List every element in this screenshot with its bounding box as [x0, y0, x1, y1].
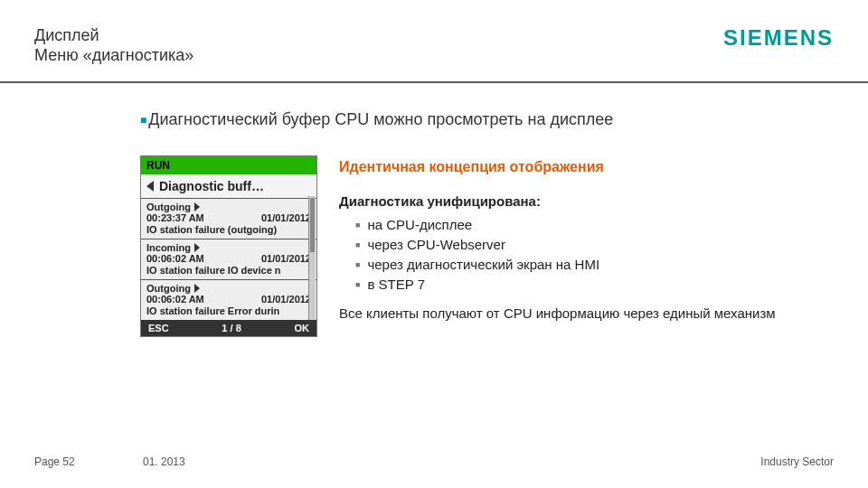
page-indicator: 1 / 8 [222, 323, 241, 333]
entry-desc: IO station failure IO device n [146, 265, 311, 276]
entry-date: 01/01/2012 [261, 253, 311, 264]
entry-desc: IO station failure (outgoing) [146, 224, 311, 235]
bullet-list: на CPU-дисплее через CPU-Webserver через… [339, 215, 832, 295]
cpu-display: RUN Diagnostic buff… Outgoing 00:23:37 A… [140, 155, 317, 337]
intro-line: Диагностика унифицирована: [339, 192, 832, 211]
slide: Дисплей Меню «диагностика» SIEMENS ■Диаг… [0, 0, 868, 488]
entry-direction: Outgoing [146, 283, 191, 294]
lead-text: Диагностический буфер CPU можно просмотр… [148, 110, 613, 128]
entry-time: 00:06:02 AM [146, 253, 204, 264]
esc-button[interactable]: ESC [148, 323, 169, 333]
ok-button[interactable]: OK [295, 323, 310, 333]
entry-time: 00:06:02 AM [146, 294, 204, 305]
entry-desc: IO station failure Error durin [146, 305, 311, 316]
table-row[interactable]: Outgoing 00:23:37 AM01/01/2012 IO statio… [141, 198, 316, 239]
entry-date: 01/01/2012 [261, 294, 311, 305]
run-bar: RUN [141, 156, 316, 174]
paragraph: Все клиенты получают от CPU информацию ч… [339, 304, 832, 324]
page-number: Page 52 [34, 455, 75, 468]
entry-direction: Outgoing [146, 202, 191, 212]
table-row[interactable]: Incoming 00:06:02 AM01/01/2012 IO statio… [141, 239, 316, 279]
footer-date: 01. 2013 [143, 455, 185, 468]
cpu-footer: ESC 1 / 8 OK [141, 320, 316, 336]
entry-direction: Incoming [146, 242, 191, 253]
brand-logo: SIEMENS [723, 25, 834, 51]
list-item: через диагностический экран на HMI [355, 255, 832, 275]
list-item: на CPU-дисплее [355, 215, 832, 235]
list-item: через CPU-Webserver [355, 235, 832, 255]
title-line1: Дисплей [34, 25, 193, 45]
list-item: в STEP 7 [355, 275, 832, 295]
scrollbar[interactable] [308, 196, 316, 320]
content-right: Идентичная концепция отображения Диагнос… [339, 157, 832, 324]
back-arrow-icon[interactable] [146, 181, 154, 192]
bullet-icon: ■ [140, 114, 146, 127]
lead-bullet: ■Диагностический буфер CPU можно просмот… [140, 110, 613, 129]
scrollbar-thumb[interactable] [310, 198, 315, 252]
divider [0, 81, 868, 83]
header: Дисплей Меню «диагностика» SIEMENS [34, 25, 834, 76]
table-row[interactable]: Outgoing 00:06:02 AM01/01/2012 IO statio… [141, 279, 316, 320]
section-heading: Идентичная концепция отображения [339, 157, 832, 177]
footer-right: Industry Sector [760, 455, 834, 468]
chevron-right-icon [194, 243, 200, 252]
slide-title: Дисплей Меню «диагностика» [34, 25, 193, 65]
slide-footer: Page 52 01. 2013 Industry Sector [34, 455, 834, 468]
entry-date: 01/01/2012 [261, 212, 311, 223]
title-line2: Меню «диагностика» [34, 45, 193, 65]
diagnostic-entries: Outgoing 00:23:37 AM01/01/2012 IO statio… [141, 198, 316, 320]
screen-title-bar: Diagnostic buff… [141, 174, 316, 198]
screen-title: Diagnostic buff… [159, 179, 264, 193]
chevron-right-icon [194, 284, 200, 293]
entry-time: 00:23:37 AM [146, 212, 204, 223]
chevron-right-icon [194, 202, 200, 211]
